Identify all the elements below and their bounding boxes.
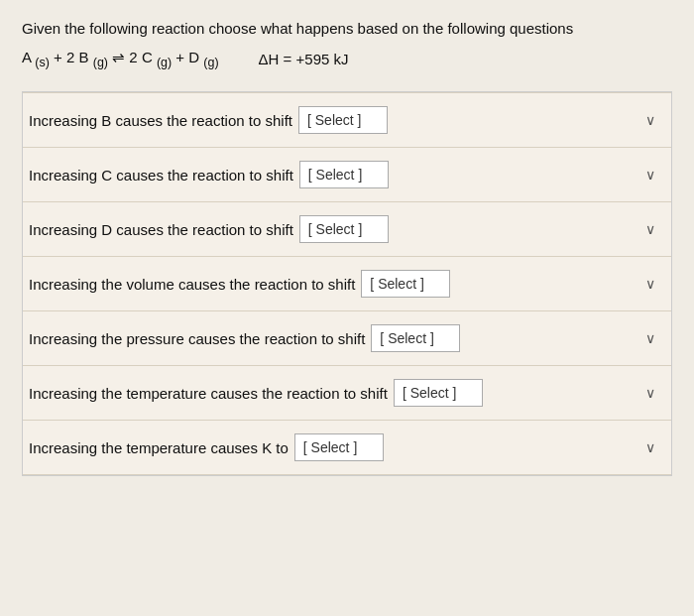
question-left-q7: Increasing the temperature causes K to[ …	[29, 433, 639, 461]
question-left-q5: Increasing the pressure causes the react…	[29, 324, 639, 352]
intro-text: Given the following reaction choose what…	[22, 18, 672, 39]
question-text-q4: Increasing the volume causes the reactio…	[29, 276, 355, 293]
question-text-q3: Increasing D causes the reaction to shif…	[29, 221, 293, 238]
question-row-q7: Increasing the temperature causes K to[ …	[23, 421, 671, 475]
select-dropdown-q7[interactable]: [ Select ]	[294, 433, 384, 461]
question-text-q6: Increasing the temperature causes the re…	[29, 385, 388, 402]
question-row-q6: Increasing the temperature causes the re…	[23, 366, 671, 421]
question-left-q2: Increasing C causes the reaction to shif…	[29, 161, 639, 188]
question-row-q3: Increasing D causes the reaction to shif…	[23, 202, 671, 257]
select-dropdown-q5[interactable]: [ Select ]	[371, 324, 460, 352]
select-dropdown-q6[interactable]: [ Select ]	[394, 379, 483, 407]
equation-row: A (s) + 2 B (g) ⇌ 2 C (g) + D (g) ΔH = +…	[22, 49, 672, 69]
question-left-q3: Increasing D causes the reaction to shif…	[29, 215, 639, 243]
question-left-q6: Increasing the temperature causes the re…	[29, 379, 639, 407]
equation: A (s) + 2 B (g) ⇌ 2 C (g) + D (g)	[22, 49, 219, 69]
enthalpy: ΔH = +595 kJ	[259, 51, 349, 67]
chevron-down-icon-q6[interactable]: ∨	[639, 385, 661, 401]
select-dropdown-q3[interactable]: [ Select ]	[299, 215, 389, 243]
question-text-q2: Increasing C causes the reaction to shif…	[29, 167, 293, 184]
select-dropdown-q1[interactable]: [ Select ]	[298, 106, 388, 134]
select-dropdown-q2[interactable]: [ Select ]	[299, 161, 389, 188]
question-text-q5: Increasing the pressure causes the react…	[29, 330, 365, 347]
question-row-q4: Increasing the volume causes the reactio…	[23, 257, 671, 311]
question-text-q7: Increasing the temperature causes K to	[29, 439, 289, 456]
chevron-down-icon-q1[interactable]: ∨	[639, 112, 661, 128]
question-row-q1: Increasing B causes the reaction to shif…	[23, 92, 671, 148]
chevron-down-icon-q4[interactable]: ∨	[639, 276, 661, 292]
question-row-q5: Increasing the pressure causes the react…	[23, 311, 671, 366]
chevron-down-icon-q3[interactable]: ∨	[639, 221, 661, 237]
question-text-q1: Increasing B causes the reaction to shif…	[29, 112, 292, 129]
question-row-q2: Increasing C causes the reaction to shif…	[23, 148, 671, 202]
question-left-q1: Increasing B causes the reaction to shif…	[29, 106, 639, 134]
chevron-down-icon-q7[interactable]: ∨	[639, 439, 661, 455]
questions-section: Increasing B causes the reaction to shif…	[22, 91, 672, 476]
chevron-down-icon-q2[interactable]: ∨	[639, 167, 661, 183]
select-dropdown-q4[interactable]: [ Select ]	[361, 270, 450, 298]
chevron-down-icon-q5[interactable]: ∨	[639, 330, 661, 346]
question-left-q4: Increasing the volume causes the reactio…	[29, 270, 639, 298]
